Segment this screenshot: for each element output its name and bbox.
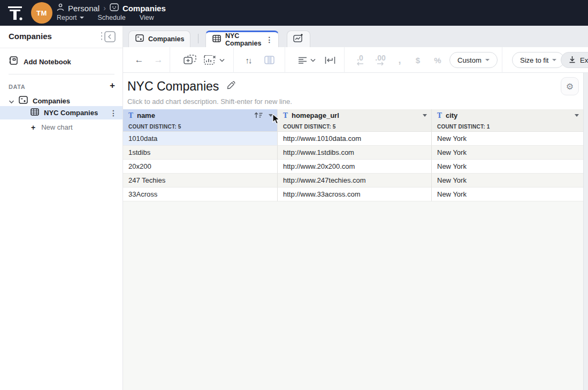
breadcrumb-workspace[interactable]: Personal bbox=[68, 4, 100, 13]
top-bar: TM Personal › Companies Report Schedule … bbox=[0, 0, 588, 26]
column-header-homepage-url[interactable]: T homepage_url bbox=[278, 109, 432, 122]
menu-report[interactable]: Report bbox=[57, 14, 84, 21]
kebab-menu-icon[interactable]: ⋮ bbox=[110, 109, 117, 117]
tab-companies-label: Companies bbox=[148, 35, 184, 43]
chevron-down-icon bbox=[219, 58, 225, 62]
report-icon bbox=[110, 3, 119, 13]
column-label: city bbox=[446, 111, 457, 119]
table-cell[interactable]: http://www.247techies.com bbox=[278, 174, 432, 188]
toolbar-divider bbox=[285, 47, 285, 73]
sort-ascending-icon[interactable] bbox=[254, 111, 263, 121]
column-header-name[interactable]: T name bbox=[123, 109, 278, 122]
sidebar-header: Companies bbox=[0, 26, 123, 48]
size-to-fit-dropdown[interactable]: Size to fit bbox=[512, 52, 564, 68]
chart-description-placeholder[interactable]: Click to add chart description. Shift-en… bbox=[127, 98, 292, 106]
data-section-label: DATA bbox=[9, 84, 25, 90]
table-icon bbox=[212, 35, 221, 44]
page-title[interactable]: NYC Companies bbox=[127, 79, 219, 94]
menu-schedule-label: Schedule bbox=[98, 14, 126, 21]
table-cell[interactable]: 1010data bbox=[123, 132, 278, 146]
percent-format-button[interactable]: % bbox=[431, 47, 445, 73]
table-cell[interactable]: New York bbox=[432, 160, 583, 174]
thousands-separator-button[interactable]: , bbox=[393, 47, 407, 73]
table-cell[interactable]: New York bbox=[432, 188, 583, 201]
menu-report-label: Report bbox=[57, 14, 77, 21]
tab-new-chart[interactable] bbox=[287, 31, 310, 47]
chevron-down-icon bbox=[310, 58, 316, 62]
table-row: 1010data http://www.1010data.com New Yor… bbox=[123, 132, 583, 146]
column-header-city[interactable]: T city bbox=[432, 109, 583, 122]
breadcrumb-report[interactable]: Companies bbox=[123, 4, 166, 13]
column-menu-icon[interactable] bbox=[575, 114, 579, 117]
summary-name[interactable]: COUNT DISTINCT: 5 bbox=[123, 122, 278, 132]
currency-format-button[interactable]: $ bbox=[411, 47, 425, 73]
size-to-fit-label: Size to fit bbox=[520, 56, 548, 64]
menu-bar: Report Schedule View bbox=[57, 14, 154, 21]
table-cell[interactable]: New York bbox=[432, 174, 583, 188]
custom-format-dropdown[interactable]: Custom bbox=[449, 52, 498, 68]
table-cell[interactable]: 33Across bbox=[123, 188, 278, 201]
collapse-sidebar-icon[interactable] bbox=[100, 31, 116, 42]
redo-forward-button[interactable]: → bbox=[151, 47, 165, 73]
table-cell[interactable]: http://www.20x200.com bbox=[278, 160, 432, 174]
duplicate-chart-button[interactable] bbox=[182, 47, 198, 73]
tab-kebab-menu-icon[interactable]: ⋮ bbox=[265, 36, 273, 43]
sidebar-item-new-chart[interactable]: + New chart bbox=[0, 121, 123, 134]
vertical-scrollbar[interactable] bbox=[583, 73, 588, 390]
edit-title-pencil-icon[interactable] bbox=[226, 81, 235, 92]
table-cell[interactable]: New York bbox=[432, 146, 583, 160]
summary-homepage-url[interactable]: COUNT DISTINCT: 5 bbox=[278, 122, 432, 132]
sidebar-item-nyc-companies[interactable]: NYC Companies ⋮ bbox=[0, 106, 123, 119]
wrap-text-button[interactable] bbox=[322, 47, 338, 73]
align-button[interactable] bbox=[295, 47, 318, 73]
chevron-down-icon[interactable] bbox=[9, 96, 14, 106]
table-cell[interactable]: http://www.1stdibs.com bbox=[278, 146, 432, 160]
table-cell[interactable]: http://www.33across.com bbox=[278, 188, 432, 201]
person-icon bbox=[57, 3, 64, 13]
sidebar: Companies Add Notebook DATA bbox=[0, 26, 123, 390]
column-label: name bbox=[137, 111, 155, 119]
avatar[interactable]: TM bbox=[31, 2, 52, 24]
sidebar-title: Companies bbox=[9, 32, 52, 41]
dataset-icon bbox=[135, 34, 144, 44]
table-cell[interactable]: 20x200 bbox=[123, 160, 278, 174]
data-section-header: DATA + bbox=[0, 81, 123, 93]
menu-schedule[interactable]: Schedule bbox=[98, 14, 126, 21]
new-chart-icon bbox=[293, 34, 304, 44]
sort-rows-button[interactable]: ↑↓ bbox=[240, 47, 256, 73]
settings-button[interactable]: ⚙ bbox=[561, 77, 579, 95]
export-label: Export bbox=[580, 56, 588, 64]
undo-back-button[interactable]: ← bbox=[132, 47, 146, 73]
table-label: NYC Companies bbox=[44, 109, 98, 117]
sidebar-divider bbox=[9, 74, 114, 74]
add-data-button[interactable]: + bbox=[110, 80, 115, 91]
notebook-icon bbox=[9, 56, 18, 68]
column-header-row: T name T homepage_url bbox=[123, 109, 583, 122]
mouse-cursor bbox=[272, 114, 280, 127]
report-canvas: NYC Companies Click to add chart descrip… bbox=[123, 73, 588, 390]
gear-icon: ⚙ bbox=[566, 81, 574, 92]
trevor-logo-icon[interactable] bbox=[7, 5, 24, 23]
tab-companies[interactable]: Companies bbox=[128, 31, 190, 47]
increase-decimal-button[interactable]: .00 bbox=[371, 47, 390, 73]
summary-city[interactable]: COUNT DISTINCT: 1 bbox=[432, 122, 583, 132]
decrease-decimal-button[interactable]: .0 bbox=[352, 47, 368, 73]
chevron-down-icon bbox=[552, 59, 556, 61]
dataset-label: Companies bbox=[33, 97, 70, 105]
data-table: T name T homepage_url bbox=[123, 109, 583, 201]
canvas-empty-area bbox=[123, 201, 588, 390]
table-cell[interactable]: 247 Techies bbox=[123, 174, 278, 188]
menu-view[interactable]: View bbox=[140, 14, 154, 21]
export-button[interactable]: Export bbox=[561, 52, 588, 68]
tab-nyc-companies[interactable]: NYC Companies ⋮ bbox=[205, 31, 279, 47]
remove-chart-type-button[interactable] bbox=[202, 47, 226, 73]
table-cell[interactable]: New York bbox=[432, 132, 583, 146]
columns-button[interactable] bbox=[261, 47, 277, 73]
table-cell[interactable]: 1stdibs bbox=[123, 146, 278, 160]
add-notebook-button[interactable]: Add Notebook bbox=[0, 51, 123, 72]
download-icon bbox=[569, 56, 576, 65]
tab-nyc-companies-label: NYC Companies bbox=[225, 32, 261, 47]
table-cell[interactable]: http://www.1010data.com bbox=[278, 132, 432, 146]
column-menu-icon[interactable] bbox=[423, 114, 427, 117]
table-row: 247 Techies http://www.247techies.com Ne… bbox=[123, 174, 583, 188]
